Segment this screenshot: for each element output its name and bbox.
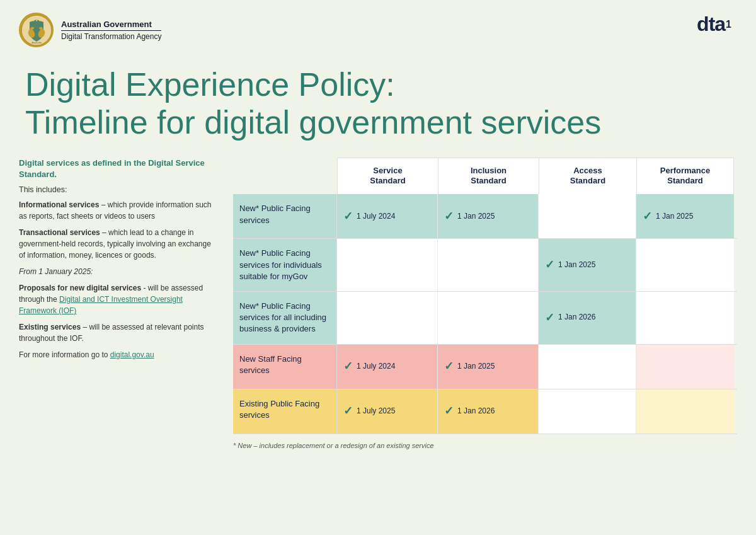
check-icon: ✓ [343, 359, 353, 374]
cell-r3-ss [337, 292, 438, 344]
main-title-block: Digital Experience Policy: Timeline for … [0, 54, 756, 158]
table-row: New* Public Facing services for individu… [233, 239, 737, 292]
cell-date: 1 Jan 2026 [558, 313, 595, 323]
cell-r1-ps: ✓ 1 Jan 2025 [636, 194, 734, 238]
cell-date: 1 Jan 2025 [457, 212, 495, 222]
transactional-para: Transactional services – which lead to a… [19, 227, 214, 261]
svg-text:Australia: Australia [31, 41, 42, 44]
cell-r2-ps [636, 239, 734, 291]
sidebar-includes-label: This includes: [19, 185, 214, 194]
table-row: New* Public Facing services ✓ 1 July 202… [233, 194, 737, 239]
main-title: Digital Experience Policy: Timeline for … [25, 66, 731, 142]
column-headers: Service Standard Inclusion Standard Acce… [233, 158, 737, 195]
row-label-3: New* Public Facing services for all incl… [233, 292, 337, 344]
cell-r5-is: ✓ 1 Jan 2026 [438, 389, 539, 434]
cell-r3-as: ✓ 1 Jan 2026 [539, 292, 636, 344]
cell-date: 1 Jan 2025 [656, 212, 693, 222]
cell-date: 1 July 2025 [357, 406, 395, 417]
col-header-ss: Service Standard [337, 158, 438, 195]
site-link[interactable]: digital.gov.au [110, 350, 154, 359]
check-icon: ✓ [545, 258, 554, 272]
sidebar: Digital services as defined in the Digit… [19, 158, 220, 449]
row-label-4: New Staff Facing services [233, 345, 337, 389]
header: ★ ★ ★ Australia Australian Government Di… [0, 0, 756, 54]
cell-date: 1 Jan 2025 [457, 362, 495, 372]
proposals-para: Proposals for new digital services - wil… [19, 282, 214, 316]
row-label-2: New* Public Facing services for individu… [233, 239, 337, 291]
coat-of-arms: ★ ★ ★ Australia [19, 13, 54, 47]
col-header-as: Access Standard [539, 158, 636, 195]
check-icon: ✓ [444, 359, 454, 374]
svg-text:★ ★ ★: ★ ★ ★ [32, 18, 42, 22]
cell-r3-ps [636, 292, 734, 344]
cell-r3-is [438, 292, 539, 344]
col-spacer [233, 158, 337, 195]
cell-r4-ss: ✓ 1 July 2024 [337, 345, 438, 389]
cell-r2-is [438, 239, 539, 291]
from-jan-label: From 1 January 2025: [19, 267, 93, 276]
more-info-para: For more information go to digital.gov.a… [19, 349, 214, 360]
row-label-1: New* Public Facing services [233, 194, 337, 238]
cell-r4-ps [636, 345, 734, 389]
cell-r5-ss: ✓ 1 July 2025 [337, 389, 438, 434]
cell-r1-is: ✓ 1 Jan 2025 [438, 194, 539, 238]
existing-para: Existing services – will be assessed at … [19, 321, 214, 344]
row-label-5: Existing Public Facing services [233, 389, 337, 434]
cell-r1-as [539, 194, 636, 238]
table-body: New* Public Facing services ✓ 1 July 202… [233, 194, 737, 434]
cell-r2-ss [337, 239, 438, 291]
transactional-label: Transactional services [19, 228, 100, 237]
from-jan-para: From 1 January 2025: [19, 266, 214, 277]
cell-date: 1 Jan 2026 [457, 406, 495, 417]
cell-r1-ss: ✓ 1 July 2024 [337, 194, 438, 238]
footnote: * New – includes replacement or a redesi… [233, 434, 737, 449]
check-icon: ✓ [643, 209, 652, 224]
table-row: New* Public Facing services for all incl… [233, 292, 737, 345]
check-icon: ✓ [343, 209, 353, 224]
cell-r4-is: ✓ 1 Jan 2025 [438, 345, 539, 389]
informational-para: Informational services – which provide i… [19, 199, 214, 222]
cell-r5-as [539, 389, 636, 434]
cell-date: 1 July 2024 [357, 212, 395, 222]
cell-r5-ps [636, 389, 734, 434]
cell-r4-as [539, 345, 636, 389]
check-icon: ✓ [444, 404, 454, 418]
cell-date: 1 Jan 2025 [558, 260, 595, 270]
sidebar-heading: Digital services as defined in the Digit… [19, 158, 214, 180]
proposals-label: Proposals for new digital services [19, 284, 141, 292]
check-icon: ✓ [444, 209, 454, 224]
sidebar-body: Informational services – which provide i… [19, 199, 214, 360]
cell-date: 1 July 2024 [357, 362, 395, 372]
cell-r2-as: ✓ 1 Jan 2025 [539, 239, 636, 291]
existing-label: Existing services [19, 323, 81, 331]
gov-agency: Digital Transformation Agency [61, 30, 161, 41]
check-icon: ✓ [545, 311, 554, 325]
col-header-is: Inclusion Standard [438, 158, 539, 195]
gov-branding: ★ ★ ★ Australia Australian Government Di… [19, 13, 161, 47]
table-wrap: Service Standard Inclusion Standard Acce… [233, 158, 737, 449]
col-header-ps: Performance Standard [636, 158, 734, 195]
check-icon: ✓ [343, 404, 353, 418]
informational-label: Informational services [19, 200, 99, 209]
table-row: Existing Public Facing services ✓ 1 July… [233, 389, 737, 434]
dta-logo: dta1 [697, 13, 731, 36]
table-row: New Staff Facing services ✓ 1 July 2024 … [233, 345, 737, 389]
gov-text: Australian Government Digital Transforma… [61, 20, 161, 41]
gov-name: Australian Government [61, 20, 161, 29]
content-area: Digital services as defined in the Digit… [0, 158, 756, 462]
